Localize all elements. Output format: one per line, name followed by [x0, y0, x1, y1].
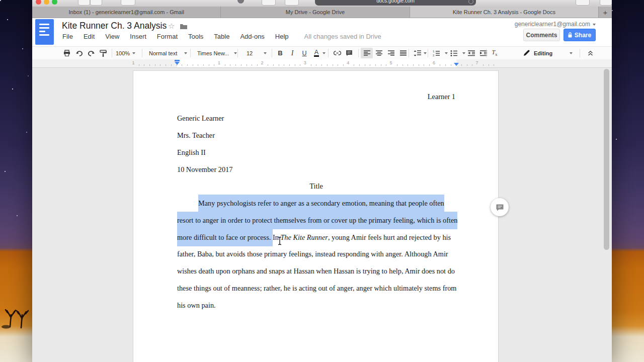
document-text-line[interactable]: 10 November 2017 — [177, 161, 455, 178]
svg-text:1.: 1. — [433, 50, 435, 53]
document-text-line[interactable]: Generic Learner — [177, 110, 455, 127]
menu-help[interactable]: Help — [275, 33, 289, 40]
menu-file[interactable]: File — [62, 33, 73, 40]
zoom-select[interactable]: 100% — [116, 47, 135, 59]
comment-icon — [496, 204, 504, 211]
text-run: Mrs. Teacher — [177, 131, 215, 139]
reader-button[interactable] — [262, 0, 276, 6]
redo-button[interactable] — [85, 48, 97, 58]
docs-home-icon[interactable] — [35, 19, 54, 45]
account-email[interactable]: genericlearner1@gmail.com — [515, 21, 596, 28]
address-bar[interactable]: docs.google.com — [315, 0, 476, 6]
underline-button[interactable]: U — [298, 48, 310, 58]
privacy-shield-icon — [237, 0, 244, 4]
font-select[interactable]: Times New... — [197, 47, 237, 59]
docs-header: Kite Runner Ch. 3 Analysis ☆ FileEditVie… — [32, 18, 612, 46]
tab-title: My Drive - Google Drive — [281, 9, 350, 15]
line-spacing-button[interactable] — [411, 47, 427, 59]
text-run: father, Baba, but avoids those primary f… — [177, 250, 448, 258]
italic-button[interactable]: I — [286, 48, 298, 58]
numbered-list-button[interactable]: 1.2. — [430, 48, 442, 58]
menu-insert[interactable]: Insert — [130, 33, 146, 40]
paragraph-style-select[interactable]: Normal text — [149, 47, 187, 59]
forward-button[interactable] — [90, 0, 102, 6]
text-run: , young Amir feels hurt and rejected by … — [328, 233, 451, 241]
menu-format[interactable]: Format — [157, 33, 178, 40]
document-text-line[interactable]: Learner 1 — [177, 88, 455, 106]
menu-edit[interactable]: Edit — [84, 33, 95, 40]
bold-button[interactable]: B — [274, 48, 286, 58]
browser-tab[interactable]: Kite Runner Ch. 3 Analysis - Google Docs — [410, 7, 599, 18]
browser-tab[interactable]: Inbox (1) - genericlearner1@gmail.com - … — [32, 7, 221, 18]
document-text-line[interactable]: English II — [177, 144, 455, 161]
move-to-folder-icon[interactable] — [180, 23, 188, 30]
paint-format-button[interactable] — [97, 48, 109, 58]
browser-tab[interactable]: My Drive - Google Drive — [221, 7, 410, 18]
left-indent-marker[interactable] — [175, 62, 180, 65]
menu-view[interactable]: View — [105, 33, 119, 40]
selected-text: more difficult to face or process. — [177, 229, 273, 246]
ruler-number: 4 — [347, 60, 349, 65]
align-left-button[interactable] — [361, 48, 373, 58]
ruler-number: 1 — [218, 60, 220, 65]
text-run: The Kite Runner — [280, 233, 328, 241]
collapse-toolbar-button[interactable] — [584, 48, 596, 58]
chevron-down-icon — [570, 52, 573, 54]
downloads-button[interactable] — [285, 0, 299, 6]
align-right-button[interactable] — [385, 48, 397, 58]
docs-toolbar: 100% Normal text Times New... 12 B I U A — [32, 46, 612, 60]
chevron-down-icon[interactable] — [323, 52, 326, 54]
address-bar-url: docs.google.com — [376, 0, 415, 4]
first-line-indent-marker[interactable] — [175, 60, 180, 61]
document-text-line[interactable]: Many psychologists refer to anger as a s… — [177, 195, 455, 212]
tab-bar: Inbox (1) - genericlearner1@gmail.com - … — [32, 7, 612, 18]
increase-indent-button[interactable] — [477, 48, 490, 58]
comments-button[interactable]: Comments — [523, 29, 560, 41]
chevron-down-icon — [593, 24, 596, 26]
insert-comment-button[interactable] — [343, 48, 355, 58]
star-icon[interactable]: ☆ — [168, 22, 175, 31]
menu-tools[interactable]: Tools — [188, 33, 203, 40]
menu-table[interactable]: Table — [214, 33, 229, 40]
text-run: Title — [309, 182, 323, 190]
document-text-line[interactable]: resort to anger in order to protect them… — [177, 212, 455, 229]
back-button[interactable] — [78, 0, 90, 6]
minimize-window-button[interactable] — [44, 0, 49, 5]
share-page-button[interactable] — [576, 0, 590, 6]
insert-link-button[interactable] — [331, 48, 343, 58]
text-color-button[interactable]: A — [310, 48, 323, 58]
font-size-select[interactable]: 12 — [247, 47, 267, 59]
mode-select[interactable]: Editing — [523, 47, 573, 59]
undo-button[interactable] — [73, 48, 85, 58]
add-comment-button[interactable] — [491, 198, 509, 216]
ruler[interactable]: 11234567 — [32, 59, 612, 68]
tab-overview-button[interactable] — [600, 0, 612, 6]
document-text-line[interactable]: these things out of meanness; rather, he… — [177, 280, 455, 297]
ruler-number: 5 — [390, 60, 392, 65]
menu-add-ons[interactable]: Add-ons — [240, 33, 264, 40]
tab-title: Inbox (1) - genericlearner1@gmail.com - … — [63, 9, 189, 15]
print-button[interactable] — [61, 48, 73, 58]
zoom-window-button[interactable] — [52, 0, 57, 5]
document-text-line[interactable]: Mrs. Teacher — [177, 127, 455, 144]
clear-formatting-button[interactable]: Tx — [489, 48, 501, 58]
bulleted-list-button[interactable] — [448, 48, 460, 58]
document-title[interactable]: Kite Runner Ch. 3 Analysis — [62, 21, 167, 31]
new-tab-button[interactable]: + — [599, 7, 612, 18]
close-window-button[interactable] — [36, 0, 41, 5]
decrease-indent-button[interactable] — [465, 48, 477, 58]
sidebar-button[interactable] — [121, 0, 135, 6]
document-text-line[interactable]: his own pain. — [177, 297, 455, 314]
right-indent-marker[interactable] — [454, 63, 459, 66]
vertical-scrollbar[interactable] — [604, 69, 609, 250]
document-text-line[interactable]: Title — [177, 178, 455, 195]
share-button[interactable]: Share — [564, 29, 596, 41]
document-text-line[interactable]: father, Baba, but avoids those primary f… — [177, 246, 455, 263]
document-text-line[interactable]: more difficult to face or process. In Th… — [177, 229, 455, 246]
text-run: Learner 1 — [428, 93, 455, 101]
justify-button[interactable] — [397, 48, 409, 58]
align-center-button[interactable] — [373, 48, 385, 58]
document-text-line[interactable]: wishes death upon orphans and snaps at H… — [177, 263, 455, 280]
document-page[interactable]: his own pain.these things out of meannes… — [133, 70, 499, 362]
reload-icon[interactable] — [468, 0, 473, 4]
